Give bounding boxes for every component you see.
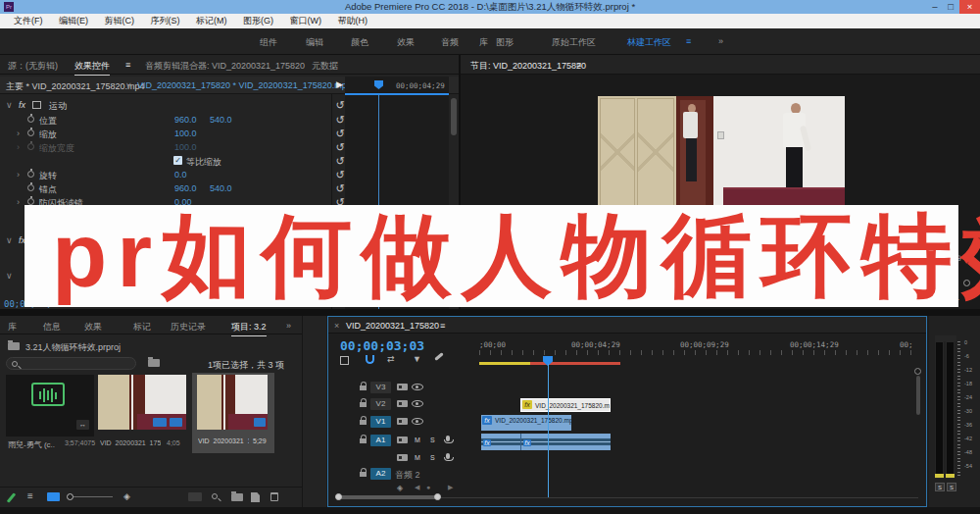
track-output-eye-icon[interactable] — [412, 400, 423, 407]
source-patch-icon[interactable] — [397, 384, 408, 390]
tab-effect-controls[interactable]: 效果控件 — [74, 60, 110, 76]
timeline-ruler[interactable]: ;00;00 00;00;04;29 00;00;09;29 00;00;14;… — [469, 336, 926, 364]
position-y-value[interactable]: 540.0 — [210, 115, 232, 125]
linked-selection-icon[interactable]: ⇄ — [387, 354, 395, 364]
clip-a1[interactable]: fx fx — [481, 434, 611, 450]
next-keyframe-icon[interactable]: ▶ — [448, 484, 453, 491]
tab-source-monitor[interactable]: 源：(无剪辑) — [8, 60, 58, 73]
timeremap-group-chevron-icon[interactable]: ∨ — [6, 271, 13, 281]
mini-playhead-marker[interactable] — [374, 80, 383, 89]
find-icon[interactable] — [212, 493, 218, 499]
anchor-y-value[interactable]: 540.0 — [210, 183, 232, 193]
clip-selector[interactable]: VID_20200321_175820 * VID_20200321_17582… — [137, 80, 352, 90]
clip-v2-selected[interactable]: fx VID_20200321_175820.mp4 — [520, 398, 611, 412]
menu-item-clip[interactable]: 剪辑(C) — [105, 16, 135, 26]
workspace-overflow-icon[interactable]: » — [718, 36, 723, 46]
stopwatch-icon[interactable] — [27, 116, 34, 123]
tab-markers[interactable]: 标记 — [133, 321, 151, 334]
icon-view-icon[interactable] — [47, 492, 60, 501]
voiceover-mic-icon[interactable] — [446, 453, 450, 459]
position-x-value[interactable]: 960.0 — [174, 115, 197, 125]
sort-icon[interactable]: ◈ — [123, 491, 130, 501]
rotation-value[interactable]: 0.0 — [174, 170, 187, 180]
stopwatch-icon[interactable] — [27, 184, 34, 191]
effect-controls-menu-icon[interactable]: ≡ — [125, 60, 130, 70]
tab-history[interactable]: 历史记录 — [171, 321, 206, 334]
track-name-v1[interactable]: V1 — [370, 416, 391, 428]
workspace-tab-color[interactable]: 颜色 — [351, 36, 368, 49]
stopwatch-icon[interactable] — [27, 129, 34, 136]
list-view-icon[interactable]: ≡ — [27, 490, 33, 501]
snap-icon[interactable] — [366, 355, 374, 364]
anchor-x-value[interactable]: 960.0 — [174, 183, 197, 193]
tab-libraries[interactable]: 库 — [8, 321, 17, 334]
stopwatch-icon[interactable] — [27, 171, 34, 178]
search-bin-icon[interactable] — [148, 359, 160, 367]
track-output-eye-icon[interactable] — [412, 418, 423, 425]
search-input[interactable] — [6, 357, 136, 370]
effect-panel-scrollbar[interactable] — [451, 98, 457, 135]
item-name[interactable]: VID_20200321_175820.. — [100, 439, 161, 446]
timeline-close-icon[interactable]: × — [334, 321, 339, 331]
workspace-tab-original[interactable]: 原始工作区 — [552, 36, 596, 49]
expand-chevron-icon[interactable]: › — [17, 170, 20, 180]
menu-item-markers[interactable]: 标记(M) — [196, 16, 227, 26]
prev-keyframe-icon[interactable]: ◀ — [415, 484, 419, 491]
source-patch-icon[interactable] — [397, 437, 408, 443]
zoom-handle-right[interactable] — [434, 493, 441, 500]
track-name-v3[interactable]: V3 — [370, 382, 391, 393]
timeline-settings-wrench-icon[interactable] — [434, 352, 444, 361]
menu-item-file[interactable]: 文件(F) — [14, 16, 43, 26]
track-name-a2[interactable]: A2 — [370, 468, 391, 480]
project-overflow-icon[interactable]: » — [286, 321, 291, 331]
solo-right-button[interactable]: S — [947, 483, 956, 491]
opacity-group-chevron-icon[interactable]: ∨ — [6, 235, 13, 245]
tab-effects[interactable]: 效果 — [84, 321, 102, 334]
workspace-tab-graphics[interactable]: 图形 — [496, 36, 514, 49]
new-bin-icon[interactable] — [231, 493, 243, 501]
playhead-line[interactable] — [548, 364, 549, 497]
workspace-tab-effects[interactable]: 效果 — [397, 36, 415, 49]
tab-sequence[interactable]: VID_20200321_175820 — [346, 321, 439, 331]
expand-chevron-icon[interactable]: › — [17, 197, 20, 207]
minimize-button[interactable]: – — [927, 0, 943, 14]
tab-program-monitor[interactable]: 节目: VID_20200321_175820 — [470, 60, 586, 73]
project-item-video-1[interactable]: VID_20200321_175820.. 4;05 — [98, 375, 188, 451]
menu-item-graphics[interactable]: 图形(G) — [243, 16, 273, 26]
tab-info[interactable]: 信息 — [43, 321, 61, 334]
solo-button[interactable]: S — [430, 437, 435, 443]
item-name[interactable]: 雨兒-勇气 (c.. — [8, 439, 69, 450]
workspace-tab-linjian[interactable]: 林建工作区 — [627, 36, 671, 49]
source-patch-icon[interactable] — [397, 400, 408, 407]
tab-metadata[interactable]: 元数据 — [312, 60, 338, 73]
track-name-v2[interactable]: V2 — [370, 398, 391, 410]
menu-item-edit[interactable]: 编辑(E) — [59, 16, 88, 26]
menu-item-window[interactable]: 窗口(W) — [290, 16, 322, 26]
show-keyframes-icon[interactable]: ▶ — [336, 79, 343, 89]
close-button[interactable]: × — [959, 0, 980, 14]
nest-toggle-icon[interactable] — [340, 356, 349, 365]
zoom-slider-knob[interactable] — [67, 493, 74, 500]
tab-audio-clip-mixer[interactable]: 音频剪辑混合器: VID_20200321_175820 — [145, 60, 305, 73]
solo-left-button[interactable]: S — [935, 483, 945, 491]
menu-item-sequence[interactable]: 序列(S) — [151, 16, 180, 26]
lock-icon[interactable] — [360, 472, 367, 477]
new-item-icon[interactable] — [251, 492, 260, 502]
v-scrollbar-thumb[interactable] — [916, 376, 920, 415]
clip-selector-chevron-icon[interactable]: ∨ — [125, 80, 132, 90]
workspace-tab-audio[interactable]: 音频 — [441, 36, 459, 49]
source-patch-icon[interactable] — [397, 418, 408, 425]
lock-icon[interactable] — [360, 402, 367, 407]
zoom-handle-left[interactable] — [335, 493, 342, 500]
workspace-menu-icon[interactable]: ≡ — [686, 36, 691, 46]
lock-icon[interactable] — [360, 420, 367, 425]
maximize-button[interactable]: □ — [943, 0, 958, 14]
voiceover-mic-icon[interactable] — [446, 436, 450, 441]
workspace-tab-libraries[interactable]: 库 — [479, 36, 488, 49]
uniform-scale-checkbox[interactable]: ✓ — [173, 156, 182, 165]
program-menu-icon[interactable]: ≡ — [576, 60, 581, 70]
tab-project[interactable]: 项目: 3.2 — [231, 321, 267, 336]
lock-icon[interactable] — [360, 386, 367, 390]
add-marker-icon[interactable]: ▼ — [413, 354, 421, 364]
clip-v1[interactable]: fx VID_20200321_175820.mp4 [V — [481, 415, 571, 431]
